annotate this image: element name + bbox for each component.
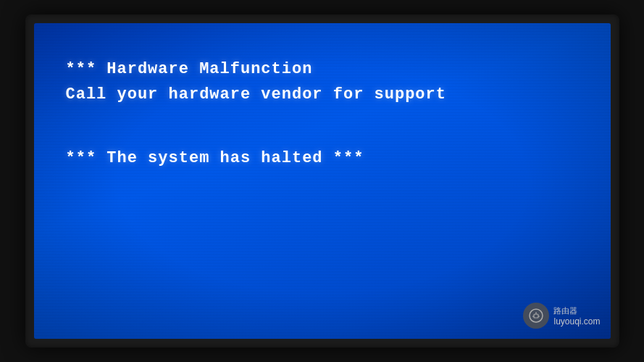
watermark: 路由器 luyouqi.com — [523, 303, 600, 329]
monitor-bezel: *** Hardware Malfunction Call your hardw… — [25, 14, 619, 348]
svg-rect-1 — [534, 314, 538, 318]
watermark-text-block: 路由器 luyouqi.com — [553, 306, 600, 327]
watermark-site-url: luyouqi.com — [553, 316, 600, 327]
bsod-line-2: Call your hardware vendor for support — [66, 82, 579, 107]
bsod-screen: *** Hardware Malfunction Call your hardw… — [34, 23, 611, 339]
watermark-site-cn: 路由器 — [553, 306, 577, 316]
bsod-line-1: *** Hardware Malfunction — [66, 56, 579, 82]
svg-point-0 — [530, 309, 543, 322]
bsod-content: *** Hardware Malfunction Call your hardw… — [66, 49, 579, 171]
bsod-line-4: *** The system has halted *** — [66, 146, 579, 171]
photo-frame: *** Hardware Malfunction Call your hardw… — [0, 0, 644, 362]
watermark-icon — [523, 303, 549, 329]
bsod-line-spacer — [66, 107, 579, 146]
